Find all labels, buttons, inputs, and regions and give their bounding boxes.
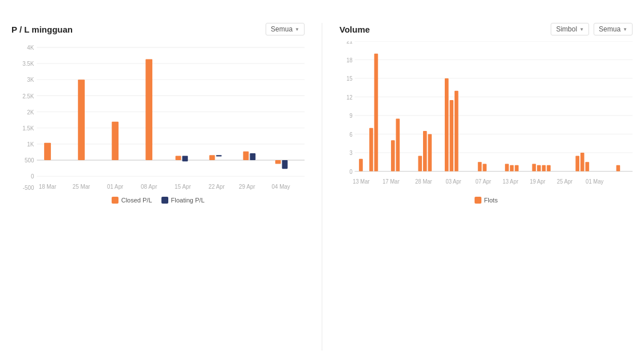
volume-chart-header: Volume Simbol Semua (339, 23, 633, 35)
pl-chart-svg: 4K 3.5K 3K 2.5K 2K 1.5K 1K 500 0 -500 (11, 41, 305, 190)
pl-legend-floating: Floating P/L (161, 197, 205, 204)
svg-text:13 Mar: 13 Mar (353, 178, 370, 185)
flots-legend-icon (475, 197, 481, 204)
svg-text:29 Apr: 29 Apr (239, 183, 255, 190)
pl-chart-title: P / L mingguan (11, 25, 73, 34)
svg-rect-22 (112, 122, 118, 160)
svg-text:18 Mar: 18 Mar (39, 183, 57, 190)
svg-text:01 Apr: 01 Apr (107, 183, 124, 190)
svg-text:03 Apr: 03 Apr (445, 178, 461, 185)
svg-text:1K: 1K (27, 141, 34, 148)
pl-semua-dropdown[interactable]: Semua (266, 23, 305, 35)
svg-text:2K: 2K (27, 109, 34, 116)
svg-rect-58 (374, 54, 378, 172)
svg-rect-74 (542, 165, 546, 172)
svg-text:28 Mar: 28 Mar (415, 178, 432, 185)
svg-text:18: 18 (346, 57, 353, 63)
svg-rect-27 (216, 155, 222, 156)
svg-text:0: 0 (349, 168, 353, 175)
svg-rect-57 (369, 128, 373, 172)
svg-rect-69 (505, 164, 509, 172)
svg-rect-71 (515, 165, 519, 172)
pl-legend-closed: Closed P/L (112, 197, 152, 204)
pl-chart-header: P / L mingguan Semua (11, 23, 305, 35)
volume-simbol-dropdown[interactable]: Simbol (551, 23, 589, 35)
svg-rect-29 (250, 153, 255, 160)
svg-rect-66 (455, 91, 459, 172)
svg-rect-68 (483, 164, 487, 172)
svg-text:08 Apr: 08 Apr (141, 183, 157, 190)
svg-rect-67 (478, 162, 482, 171)
svg-rect-23 (145, 59, 152, 160)
svg-text:25 Apr: 25 Apr (557, 178, 573, 185)
svg-rect-75 (547, 165, 551, 172)
svg-rect-76 (575, 156, 579, 171)
svg-text:9: 9 (349, 113, 353, 120)
svg-rect-73 (537, 165, 541, 172)
svg-text:6: 6 (349, 131, 353, 138)
svg-rect-72 (532, 164, 536, 172)
svg-text:19 Apr: 19 Apr (530, 178, 546, 185)
floating-pl-legend-label: Floating P/L (171, 197, 205, 204)
closed-pl-legend-label: Closed P/L (121, 197, 152, 204)
svg-rect-64 (445, 78, 449, 172)
volume-chart-container: Volume Simbol Semua (339, 23, 633, 351)
svg-text:25 Mar: 25 Mar (73, 183, 90, 190)
svg-rect-65 (449, 100, 453, 172)
svg-text:21: 21 (346, 41, 353, 45)
svg-text:3.5K: 3.5K (22, 61, 34, 67)
svg-text:13 Apr: 13 Apr (503, 178, 519, 185)
svg-rect-28 (243, 152, 249, 160)
svg-text:04 May: 04 May (272, 183, 291, 190)
volume-chart-title: Volume (339, 25, 370, 34)
svg-rect-63 (428, 134, 432, 172)
svg-rect-61 (418, 156, 422, 171)
chart-divider (322, 23, 322, 351)
volume-semua-dropdown[interactable]: Semua (594, 23, 633, 35)
volume-legend-flots: Flots (475, 197, 498, 204)
svg-text:15: 15 (346, 75, 353, 82)
svg-text:4K: 4K (27, 45, 34, 51)
svg-rect-25 (182, 156, 188, 161)
svg-rect-62 (423, 131, 427, 171)
volume-legend: Flots (339, 197, 633, 204)
svg-text:2.5K: 2.5K (22, 93, 34, 100)
svg-text:0: 0 (31, 173, 34, 180)
svg-rect-77 (580, 153, 584, 172)
svg-rect-30 (275, 160, 281, 164)
svg-rect-59 (391, 140, 395, 171)
pl-chart-container: P / L mingguan Semua (11, 23, 305, 351)
svg-rect-20 (44, 143, 51, 160)
volume-chart-svg: 21 18 15 12 9 6 3 0 (339, 41, 633, 190)
svg-rect-21 (78, 79, 85, 160)
svg-text:3K: 3K (27, 77, 34, 83)
svg-rect-24 (176, 156, 181, 160)
flots-legend-label: Flots (484, 197, 498, 204)
svg-text:22 Apr: 22 Apr (208, 183, 225, 190)
svg-rect-70 (510, 165, 514, 172)
svg-rect-78 (586, 162, 590, 171)
svg-rect-56 (359, 159, 363, 172)
svg-text:500: 500 (25, 157, 34, 164)
svg-text:12: 12 (346, 94, 353, 101)
svg-text:07 Apr: 07 Apr (476, 178, 492, 185)
closed-pl-legend-icon (112, 197, 118, 204)
svg-rect-79 (617, 165, 621, 172)
dashboard: P / L mingguan Semua (0, 0, 644, 362)
svg-rect-26 (210, 155, 215, 160)
volume-dropdowns: Simbol Semua (551, 23, 633, 35)
svg-text:-500: -500 (23, 185, 34, 190)
svg-text:3: 3 (349, 150, 353, 157)
svg-rect-60 (396, 118, 400, 171)
svg-rect-31 (282, 160, 288, 169)
svg-text:1.5K: 1.5K (22, 125, 34, 132)
pl-legend: Closed P/L Floating P/L (11, 197, 305, 204)
svg-text:01 May: 01 May (586, 178, 604, 185)
svg-text:17 Mar: 17 Mar (382, 178, 400, 185)
svg-text:15 Apr: 15 Apr (175, 183, 191, 190)
floating-pl-legend-icon (161, 197, 168, 204)
